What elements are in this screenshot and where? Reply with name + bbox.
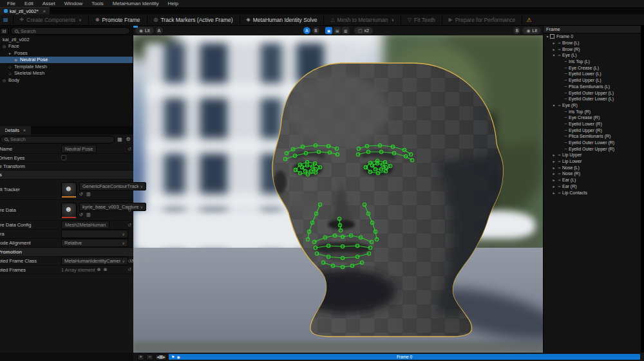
asset-tab[interactable]: kai_ztl_v002* × bbox=[0, 7, 50, 14]
clear-icon[interactable]: ✕ bbox=[144, 259, 147, 264]
outliner-item-kai-ztl-v002[interactable]: ▣kai_ztl_v002 bbox=[0, 36, 133, 43]
reset-to-default-icon[interactable]: ↺ bbox=[128, 147, 131, 152]
template-mesh-head[interactable] bbox=[133, 35, 543, 353]
menu-item-edit[interactable]: Edit bbox=[20, 0, 38, 7]
menu-item-window[interactable]: Window bbox=[60, 0, 87, 7]
expander-icon[interactable]: ▸ bbox=[551, 165, 556, 170]
frame-tree-item-eye-r-[interactable]: ▾≈Eye (R) bbox=[544, 102, 641, 109]
menu-item-asset[interactable]: Asset bbox=[38, 0, 60, 7]
outliner-item-body[interactable]: ◎Body bbox=[0, 77, 133, 84]
viewport[interactable]: ◉ Lit A A B ▣ ▤ ▥ ▢ x2 B ◉ Lit bbox=[133, 26, 543, 353]
outliner-item-neutral-pose[interactable]: ◉Neutral Pose bbox=[0, 57, 133, 64]
expander-icon[interactable]: ▾ bbox=[551, 103, 556, 107]
view-b-toggle[interactable]: B bbox=[312, 27, 319, 34]
toolbar-button-promote-frame[interactable]: ⊕Promote Frame bbox=[90, 14, 146, 26]
outliner-search-input[interactable] bbox=[21, 28, 126, 34]
expander-icon[interactable]: ▸ bbox=[551, 41, 556, 45]
camera-a-button[interactable]: A bbox=[156, 27, 163, 34]
outliner-item-face[interactable]: ◎Face bbox=[0, 43, 133, 50]
reset-to-default-icon[interactable]: ↺ bbox=[128, 208, 131, 213]
menu-item-help[interactable]: Help bbox=[163, 0, 182, 7]
remove-frame-button[interactable]: − bbox=[146, 354, 153, 360]
asset-dropdown[interactable]: GenericFaceContourTracker∨ bbox=[79, 182, 146, 190]
property-value[interactable]: Mesh2MetaHuman bbox=[61, 221, 109, 229]
outliner-item-poses[interactable]: ▸Poses bbox=[0, 50, 133, 57]
property-dropdown[interactable]: Relative∨ bbox=[61, 239, 128, 247]
zoom-x2-button[interactable]: ▢ x2 bbox=[354, 27, 373, 34]
outliner-item-template-mesh[interactable]: ◇Template Mesh bbox=[0, 63, 133, 70]
frame-tree-item-eyelid-outer-upper-l-[interactable]: ~Eyelid Outer Upper (L) bbox=[544, 89, 641, 96]
frame-tree-item-eyelid-upper-r-[interactable]: ~Eyelid Upper (R) bbox=[544, 127, 641, 133]
property-value[interactable]: Neutral Pose bbox=[61, 145, 97, 153]
property-dropdown[interactable]: MetaHumanIdentityCameraFrame∨ bbox=[61, 257, 128, 265]
frame-tree-item-eyelid-outer-lower-r-[interactable]: ~Eyelid Outer Lower (R) bbox=[544, 140, 641, 146]
expander-icon[interactable]: ▾ bbox=[551, 53, 556, 57]
lit-mode-button[interactable]: ◉ Lit bbox=[135, 27, 154, 34]
use-selected-icon[interactable]: ↺ bbox=[79, 212, 83, 218]
frame-tree-item-brow-r-[interactable]: ▸≈Brow (R) bbox=[544, 46, 641, 52]
asset-thumbnail[interactable] bbox=[61, 203, 77, 218]
browse-icon[interactable]: ▥ bbox=[86, 192, 91, 197]
details-search-input[interactable] bbox=[10, 136, 110, 142]
frame-tree-item-plica-semilunaris-l-[interactable]: ~Plica Semilunaris (L) bbox=[544, 84, 641, 90]
timeline-track[interactable]: ⚑ ◉ Frame 0 bbox=[169, 354, 640, 360]
layout-dual-button[interactable]: ▥ bbox=[342, 27, 349, 34]
frame-tree-item-eyelid-lower-l-[interactable]: ~Eyelid Lower (L) bbox=[544, 71, 641, 77]
asset-thumbnail[interactable] bbox=[61, 182, 77, 198]
tab-close-icon[interactable]: × bbox=[43, 9, 46, 14]
menu-item-file[interactable]: File bbox=[3, 0, 20, 7]
details-tab-close-icon[interactable]: × bbox=[23, 128, 26, 133]
frame-camera-button[interactable]: ◂▦▸ bbox=[155, 354, 167, 360]
outliner-searchbox[interactable] bbox=[10, 27, 130, 35]
use-selected-icon[interactable]: ↺ bbox=[79, 192, 83, 197]
frame-tree-item-eye-l-[interactable]: ▾≈Eye (L) bbox=[544, 52, 641, 59]
reset-to-default-icon[interactable]: ↺ bbox=[128, 267, 131, 272]
frame-tree-item-frame-0[interactable]: ▾Frame 0 bbox=[544, 33, 641, 40]
frame-tree-item-eye-crease-l-[interactable]: ~Eye Crease (L) bbox=[544, 64, 641, 71]
frame-tree-item-plica-semilunaris-r-[interactable]: ~Plica Semilunaris (R) bbox=[544, 133, 641, 140]
frame-tree-item-nose-l-[interactable]: ▸≈Nose (L) bbox=[544, 164, 641, 171]
frame-tree-item-lip-upper[interactable]: ▸≈Lip Upper bbox=[544, 152, 641, 158]
frame-tree-item-brow-l-[interactable]: ▸≈Brow (L) bbox=[544, 40, 641, 46]
add-element-icon[interactable]: ⊕ bbox=[97, 267, 101, 272]
frame-tree-item-eye-crease-r-[interactable]: ~Eye Crease (R) bbox=[544, 115, 641, 121]
expander-icon[interactable]: ▸ bbox=[551, 171, 556, 176]
lit-mode-button-b[interactable]: ◉ Lit bbox=[522, 27, 541, 34]
outliner-corner-button[interactable]: ld bbox=[0, 28, 8, 35]
details-grid-icon[interactable]: ▦ bbox=[117, 136, 123, 142]
frame-tree-item-lip-lower[interactable]: ▸≈Lip Lower bbox=[544, 158, 641, 165]
menu-item-metahuman-identity[interactable]: MetaHuman Identity bbox=[108, 0, 164, 7]
details-tab[interactable]: Details × bbox=[0, 126, 31, 134]
data-driven-eyes-checkbox[interactable] bbox=[61, 155, 66, 160]
camera-b-button[interactable]: B bbox=[513, 27, 520, 34]
property-dropdown[interactable]: ∨ bbox=[61, 230, 128, 238]
delete-element-icon[interactable]: ⊗ bbox=[103, 267, 107, 272]
frame-checkbox[interactable] bbox=[550, 34, 554, 39]
frame-tree-item-eyelid-outer-lower-l-[interactable]: ~Eyelid Outer Lower (L) bbox=[544, 96, 641, 102]
outliner-item-skeletal-mesh[interactable]: ◇Skeletal Mesh bbox=[0, 70, 133, 77]
browse-icon[interactable]: ▥ bbox=[137, 259, 141, 264]
expander-icon[interactable]: ▸ bbox=[551, 184, 556, 189]
frame-tree-item-ear-r-[interactable]: ▸≈Ear (R) bbox=[544, 183, 641, 190]
toolbar-button-track-markers[interactable]: ◎Track Markers (Active Frame) bbox=[149, 14, 238, 26]
expander-icon[interactable]: ▾ bbox=[545, 34, 550, 39]
layout-split-button[interactable]: ▤ bbox=[334, 27, 341, 34]
expander-icon[interactable]: ▸ bbox=[551, 153, 556, 157]
frame-tree-item-ear-l-[interactable]: ▸≈Ear (L) bbox=[544, 177, 641, 183]
frame-tree-item-eyelid-lower-r-[interactable]: ~Eyelid Lower (R) bbox=[544, 121, 641, 127]
frame-tree-item-eyelid-upper-l-[interactable]: ~Eyelid Upper (L) bbox=[544, 77, 641, 84]
add-frame-button[interactable]: + bbox=[137, 354, 144, 360]
toolbar-button-identity-solve[interactable]: ◈MetaHuman Identity Solve bbox=[242, 14, 323, 26]
expander-icon[interactable]: ▸ bbox=[551, 190, 556, 195]
frame-tree-item-iris-top-r-[interactable]: ~Iris Top (R) bbox=[544, 108, 641, 115]
frame-tree-item-nose-r-[interactable]: ▸≈Nose (R) bbox=[544, 171, 641, 177]
browse-icon[interactable]: ▥ bbox=[86, 212, 91, 218]
expander-icon[interactable]: ▸ bbox=[551, 178, 556, 182]
expander-icon[interactable]: ▸ bbox=[551, 159, 556, 163]
frame-tree-item-lip-contacts[interactable]: ▸≈Lip Contacts bbox=[544, 189, 641, 196]
details-gear-icon[interactable]: ⚙ bbox=[125, 136, 131, 142]
asset-dropdown[interactable]: kyrie_base_v003_CaptureData∨ bbox=[79, 203, 146, 211]
save-asset-button[interactable]: ▤ bbox=[0, 14, 12, 26]
frame-tree-item-iris-top-l-[interactable]: ~Iris Top (L) bbox=[544, 59, 641, 65]
frame-tree-item-eyelid-outer-upper-r-[interactable]: ~Eyelid Outer Upper (R) bbox=[544, 145, 641, 152]
